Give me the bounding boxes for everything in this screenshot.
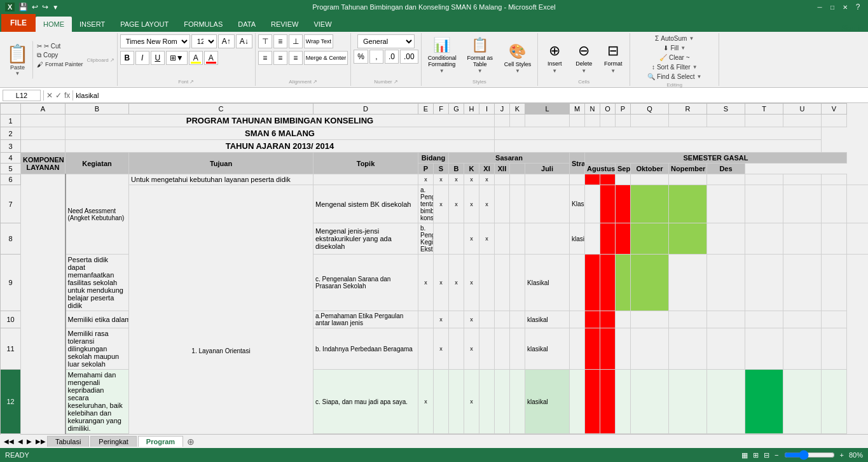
col-M[interactable]: M bbox=[570, 104, 585, 115]
cell-F5[interactable]: S bbox=[434, 164, 449, 174]
cell-F10[interactable]: x bbox=[434, 311, 449, 328]
cell-K10[interactable] bbox=[510, 311, 525, 328]
sheet-tab-tabulasi[interactable]: Tabulasi bbox=[47, 436, 89, 437]
cell-E9[interactable]: x bbox=[418, 255, 434, 311]
alignment-expand[interactable]: ↗ bbox=[313, 79, 317, 85]
cell-J1[interactable] bbox=[495, 115, 510, 127]
cell-T7[interactable] bbox=[783, 185, 822, 223]
cell-M12[interactable] bbox=[570, 370, 585, 434]
cell-P1[interactable] bbox=[616, 115, 631, 127]
cell-C7[interactable]: Mengenal sistem BK disekolah bbox=[313, 185, 418, 223]
cell-O1[interactable] bbox=[600, 115, 616, 127]
minimize-btn[interactable]: ─ bbox=[815, 2, 825, 12]
cell-S12[interactable] bbox=[707, 370, 745, 434]
cell-L7[interactable]: Klasikal bbox=[570, 185, 585, 223]
cell-N7[interactable] bbox=[600, 185, 616, 223]
cell-G7[interactable]: x bbox=[464, 185, 479, 223]
col-L[interactable]: L bbox=[525, 104, 570, 115]
quick-access-redo[interactable]: ↪ bbox=[42, 3, 48, 11]
align-right-button[interactable]: ≡ bbox=[289, 51, 303, 65]
paste-dropdown[interactable]: ▼ bbox=[15, 71, 20, 76]
align-bottom-button[interactable]: ⊥ bbox=[289, 34, 303, 48]
col-U[interactable]: U bbox=[783, 104, 822, 115]
quick-access-undo[interactable]: ↩ bbox=[32, 3, 38, 11]
cancel-formula-icon[interactable]: ✕ bbox=[46, 91, 53, 100]
cell-B7-layanan[interactable]: 1. Layanan Orientasi bbox=[129, 185, 313, 437]
cell-I12[interactable] bbox=[479, 370, 495, 434]
cell-D11[interactable]: b. Indahnya Perbedaan Beragama bbox=[313, 328, 418, 370]
quick-access-dropdown[interactable]: ▼ bbox=[52, 4, 59, 11]
cell-E12[interactable]: x bbox=[418, 370, 434, 434]
cell-P10[interactable] bbox=[616, 311, 631, 328]
cell-C10[interactable]: Memiliki etika dalam pergaulan bbox=[65, 311, 129, 328]
cell-M1[interactable] bbox=[570, 115, 585, 127]
cell-H10[interactable]: x bbox=[464, 311, 479, 328]
col-F[interactable]: F bbox=[434, 104, 449, 115]
col-J[interactable]: J bbox=[495, 104, 510, 115]
increase-decimal-button[interactable]: .0 bbox=[385, 50, 399, 64]
clipboard-expand[interactable]: ↗ bbox=[110, 57, 114, 63]
cell-U8[interactable] bbox=[822, 223, 847, 255]
col-B[interactable]: B bbox=[65, 104, 129, 115]
cell-L4[interactable]: Strategi bbox=[570, 153, 585, 174]
format-as-table-button[interactable]: 📋 Format as Table ▼ bbox=[462, 37, 498, 75]
cell-V1[interactable] bbox=[822, 115, 847, 127]
cell-B4[interactable]: Kegiatan bbox=[65, 153, 129, 174]
cell-R6[interactable] bbox=[669, 174, 707, 185]
cell-styles-dropdown[interactable]: ▼ bbox=[515, 68, 520, 74]
restore-btn[interactable]: □ bbox=[827, 2, 837, 12]
cell-B3[interactable]: TAHUN AJARAN 2013/ 2014 bbox=[65, 140, 495, 153]
conditional-formatting-button[interactable]: 📊 Conditional Formatting ▼ bbox=[424, 37, 460, 75]
cell-I5[interactable]: XI bbox=[479, 164, 495, 174]
cell-T10[interactable] bbox=[745, 311, 783, 328]
sheet-tab-peringkat[interactable]: Peringkat bbox=[90, 436, 136, 437]
cell-N1[interactable] bbox=[585, 115, 600, 127]
col-D[interactable]: D bbox=[313, 104, 418, 115]
cell-D6[interactable] bbox=[313, 174, 418, 185]
cell-S9[interactable] bbox=[707, 255, 745, 311]
cell-V10[interactable] bbox=[822, 311, 847, 328]
row-header-8[interactable]: 8 bbox=[1, 223, 21, 255]
cell-R7[interactable] bbox=[707, 185, 745, 223]
cell-P9[interactable] bbox=[616, 255, 631, 311]
cell-Q8[interactable] bbox=[669, 223, 707, 255]
formulas-tab[interactable]: FORMULAS bbox=[176, 17, 230, 32]
cell-V12[interactable] bbox=[822, 370, 847, 434]
cell-N11[interactable] bbox=[585, 328, 600, 370]
delete-button[interactable]: ⊖ Delete ▼ bbox=[570, 37, 598, 75]
col-V[interactable]: V bbox=[822, 104, 847, 115]
quick-access-save[interactable]: 💾 bbox=[18, 3, 28, 11]
cell-O11[interactable] bbox=[600, 328, 616, 370]
conditional-dropdown[interactable]: ▼ bbox=[439, 68, 444, 74]
fill-color-button[interactable]: A bbox=[189, 51, 203, 65]
cell-J7[interactable] bbox=[510, 185, 525, 223]
cell-A2[interactable] bbox=[21, 127, 65, 140]
cell-L6[interactable] bbox=[525, 174, 570, 185]
cell-G10[interactable] bbox=[449, 311, 464, 328]
insert-function-icon[interactable]: fx bbox=[64, 91, 70, 100]
row-header-10[interactable]: 10 bbox=[1, 311, 21, 328]
cell-J10[interactable] bbox=[495, 311, 510, 328]
cell-Q12[interactable] bbox=[631, 370, 669, 434]
cell-A3[interactable] bbox=[21, 140, 65, 153]
cell-G9[interactable]: x bbox=[449, 255, 464, 311]
cell-S1[interactable] bbox=[707, 115, 745, 127]
cell-K8[interactable] bbox=[525, 223, 570, 255]
cell-A6[interactable] bbox=[21, 174, 65, 437]
row-header-7[interactable]: 7 bbox=[1, 185, 21, 223]
align-top-button[interactable]: ⊤ bbox=[258, 34, 272, 48]
underline-button[interactable]: U bbox=[151, 51, 165, 65]
font-color-button[interactable]: A bbox=[204, 51, 218, 65]
cell-V7[interactable] bbox=[847, 185, 869, 223]
row-header-9[interactable]: 9 bbox=[1, 255, 21, 311]
close-btn[interactable]: ✕ bbox=[840, 2, 850, 12]
paste-button[interactable]: 📋 Paste ▼ bbox=[3, 41, 33, 79]
cell-R1[interactable] bbox=[669, 115, 707, 127]
cell-C6[interactable]: Untuk mengetahui kebutuhan layanan peser… bbox=[129, 174, 313, 185]
cell-L10[interactable]: klasikal bbox=[525, 311, 570, 328]
cell-K9[interactable] bbox=[510, 255, 525, 311]
sheet-tab-program[interactable]: Program bbox=[138, 436, 183, 437]
cell-S11[interactable] bbox=[707, 328, 745, 370]
clear-button[interactable]: 🧹 Clear ~ bbox=[657, 53, 692, 62]
align-center-button[interactable]: ≡ bbox=[273, 51, 287, 65]
